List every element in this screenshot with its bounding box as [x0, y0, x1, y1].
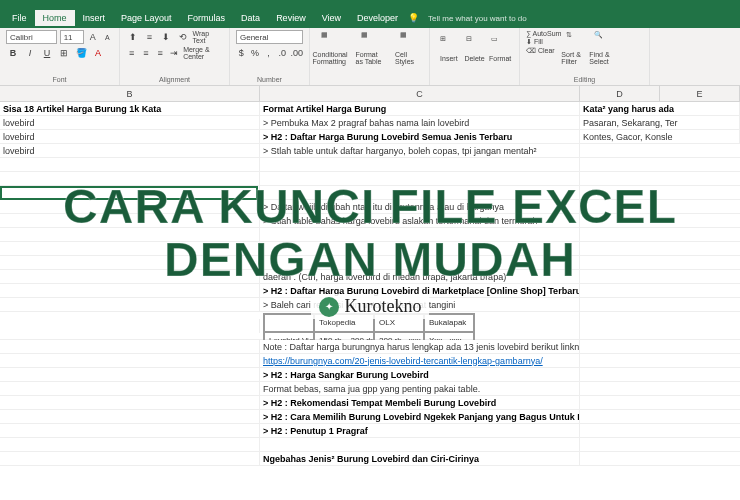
font-color-icon[interactable]: A — [91, 46, 105, 60]
cell[interactable] — [0, 186, 260, 200]
cell-styles-button[interactable]: ▦Cell Styles — [395, 30, 423, 66]
col-c[interactable]: C — [260, 86, 580, 101]
format-table-button[interactable]: ▦Format as Table — [356, 30, 384, 66]
autosum-button[interactable]: ∑ AutoSum — [526, 30, 561, 37]
tab-review[interactable]: Review — [268, 10, 314, 26]
worksheet[interactable]: B C D E Sisa 18 Artikel Harga Burung 1k … — [0, 86, 740, 500]
align-middle-icon[interactable]: ≡ — [143, 30, 157, 44]
cell[interactable] — [260, 438, 580, 452]
align-top-icon[interactable]: ⬆ — [126, 30, 140, 44]
align-bottom-icon[interactable]: ⬇ — [159, 30, 173, 44]
border-icon[interactable]: ⊞ — [57, 46, 71, 60]
cell[interactable] — [0, 424, 260, 438]
cell[interactable] — [0, 242, 260, 256]
cell[interactable]: > H2 : Daftar Harga Burung Lovebird Semu… — [260, 130, 580, 144]
align-left-icon[interactable]: ≡ — [126, 46, 137, 60]
tab-file[interactable]: File — [4, 10, 35, 26]
marketplace-table-cell[interactable]: TokopediaOLXBukalapak Lovebird Vio150 rb… — [260, 312, 580, 340]
cell[interactable]: lovebird — [0, 130, 260, 144]
fill-button[interactable]: ⬇ Fill — [526, 38, 561, 46]
cell[interactable]: > Baleh cari refrensi lain untuk table b… — [260, 298, 580, 312]
tell-me[interactable]: Tell me what you want to do — [428, 14, 527, 23]
cell[interactable]: > Stlah table untuk daftar harganyo, bol… — [260, 144, 580, 158]
tab-formulas[interactable]: Formulas — [180, 10, 234, 26]
tab-view[interactable]: View — [314, 10, 349, 26]
cell[interactable]: Kata² yang harus ada — [580, 102, 740, 116]
increase-decimal-icon[interactable]: .0 — [277, 46, 288, 60]
cell[interactable] — [0, 214, 260, 228]
merge-center-button[interactable]: Merge & Center — [183, 46, 223, 60]
align-center-icon[interactable]: ≡ — [140, 46, 151, 60]
cell[interactable]: lovebird — [0, 144, 260, 158]
cell[interactable]: > H2 : Harga Sangkar Burung Lovebird — [260, 368, 580, 382]
increase-font-icon[interactable]: A — [87, 30, 98, 44]
cell[interactable]: Pasaran, Sekarang, Ter — [580, 116, 740, 130]
tab-developer[interactable]: Developer — [349, 10, 406, 26]
italic-icon[interactable]: I — [23, 46, 37, 60]
cell[interactable] — [0, 382, 260, 396]
col-e[interactable]: E — [660, 86, 740, 101]
cell[interactable] — [0, 284, 260, 298]
col-b[interactable]: B — [0, 86, 260, 101]
cell[interactable] — [0, 368, 260, 382]
comma-icon[interactable]: , — [263, 46, 274, 60]
cell[interactable] — [0, 298, 260, 312]
cell[interactable] — [0, 396, 260, 410]
number-format-select[interactable]: General — [236, 30, 303, 44]
tab-page-layout[interactable]: Page Layout — [113, 10, 180, 26]
tab-home[interactable]: Home — [35, 10, 75, 26]
clear-button[interactable]: ⌫ Clear — [526, 47, 561, 55]
delete-button[interactable]: ⊟Delete — [462, 30, 488, 66]
cell[interactable]: https://burungnya.com/20-jenis-lovebird-… — [260, 354, 580, 368]
cell[interactable] — [0, 452, 260, 466]
conditional-formatting-button[interactable]: ▦Conditional Formatting — [316, 30, 344, 66]
cell[interactable]: Note : Daftar harga burungnya harus leng… — [260, 340, 580, 354]
align-right-icon[interactable]: ≡ — [155, 46, 166, 60]
cell[interactable]: Format Artikel Harga Burung — [260, 102, 580, 116]
cell[interactable]: Kontes, Gacor, Konsle — [580, 130, 740, 144]
cell[interactable] — [260, 242, 580, 256]
percent-icon[interactable]: % — [250, 46, 261, 60]
cell[interactable] — [0, 319, 260, 333]
decrease-font-icon[interactable]: A — [102, 30, 113, 44]
cell[interactable] — [0, 228, 260, 242]
cell[interactable] — [0, 270, 260, 284]
cell[interactable]: > Daftar wajib di ubah ntah itu di uruta… — [260, 200, 580, 214]
cell[interactable]: > Stlah table bahas harga lovebird aslak… — [260, 214, 580, 228]
cell[interactable]: > H2 : Penutup 1 Pragraf — [260, 424, 580, 438]
cell[interactable]: Sisa 18 Artikel Harga Burung 1k Kata — [0, 102, 260, 116]
wrap-text-button[interactable]: Wrap Text — [193, 30, 223, 44]
cell[interactable] — [0, 438, 260, 452]
cell[interactable]: daerah . (Cth, harga loverbird di medan … — [260, 270, 580, 284]
decrease-decimal-icon[interactable]: .00 — [291, 46, 304, 60]
indent-icon[interactable]: ⇥ — [169, 46, 180, 60]
cell[interactable] — [0, 340, 260, 354]
cell[interactable] — [0, 256, 260, 270]
orientation-icon[interactable]: ⟲ — [176, 30, 190, 44]
cell[interactable] — [260, 186, 580, 200]
cell[interactable]: > H2 : Cara Memilih Burung Lovebird Ngek… — [260, 410, 580, 424]
tab-data[interactable]: Data — [233, 10, 268, 26]
cell[interactable] — [0, 354, 260, 368]
insert-button[interactable]: ⊞Insert — [436, 30, 462, 66]
cell[interactable]: > Pembuka Max 2 pragraf bahas nama lain … — [260, 116, 580, 130]
cell[interactable] — [0, 410, 260, 424]
underline-icon[interactable]: U — [40, 46, 54, 60]
cell[interactable]: Ngebahas Jenis² Burung Lovebird dan Ciri… — [260, 452, 580, 466]
cell[interactable] — [0, 200, 260, 214]
font-name-select[interactable]: Calibri — [6, 30, 57, 44]
cell[interactable] — [260, 228, 580, 242]
fill-color-icon[interactable]: 🪣 — [74, 46, 88, 60]
sort-filter-button[interactable]: ⇅Sort & Filter — [561, 30, 589, 66]
cell[interactable]: > H2 : Rekomendasi Tempat Membeli Burung… — [260, 396, 580, 410]
col-d[interactable]: D — [580, 86, 660, 101]
font-size-select[interactable]: 11 — [60, 30, 84, 44]
cell[interactable] — [260, 172, 580, 186]
cell[interactable] — [260, 256, 580, 270]
cell[interactable] — [260, 158, 580, 172]
currency-icon[interactable]: $ — [236, 46, 247, 60]
cell[interactable]: > H2 : Daftar Harga Burung Lovebird di M… — [260, 284, 580, 298]
cell[interactable] — [0, 158, 260, 172]
tab-insert[interactable]: Insert — [75, 10, 114, 26]
cell[interactable]: Format bebas, sama jua gpp yang penting … — [260, 382, 580, 396]
